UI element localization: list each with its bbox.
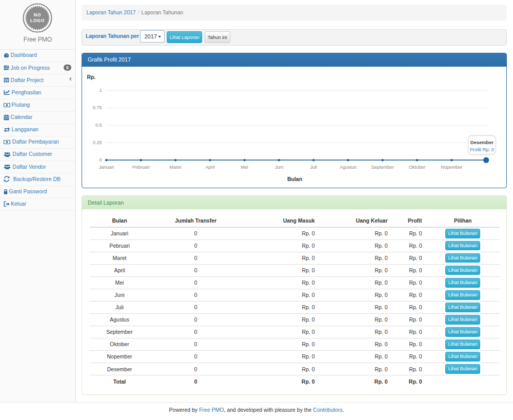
svg-text:Nopember: Nopember [441, 165, 462, 170]
svg-text:Oktober: Oktober [409, 165, 425, 170]
svg-text:Januari: Januari [98, 165, 113, 170]
svg-text:NO: NO [34, 12, 41, 17]
svg-text:Pebruari: Pebruari [132, 165, 149, 170]
svg-text:1: 1 [99, 88, 102, 93]
svg-text:0.25: 0.25 [93, 140, 102, 145]
svg-text:Profit Rp: 0: Profit Rp: 0 [470, 146, 494, 152]
svg-text:Juli: Juli [310, 165, 317, 170]
svg-text:September: September [371, 165, 393, 170]
svg-text:0.75: 0.75 [93, 105, 102, 110]
svg-text:Juni: Juni [274, 165, 283, 170]
svg-text:Mei: Mei [241, 165, 248, 170]
svg-text:Maret: Maret [169, 165, 181, 170]
svg-text:Rp.: Rp. [87, 74, 95, 80]
svg-text:0: 0 [99, 157, 102, 163]
svg-text:Desember: Desember [470, 139, 494, 145]
svg-text:Bulan: Bulan [287, 176, 302, 182]
svg-text:April: April [205, 165, 214, 170]
svg-text:LOGO: LOGO [30, 18, 45, 23]
svg-text:Agustus: Agustus [340, 165, 357, 170]
svg-text:0.5: 0.5 [95, 123, 102, 128]
